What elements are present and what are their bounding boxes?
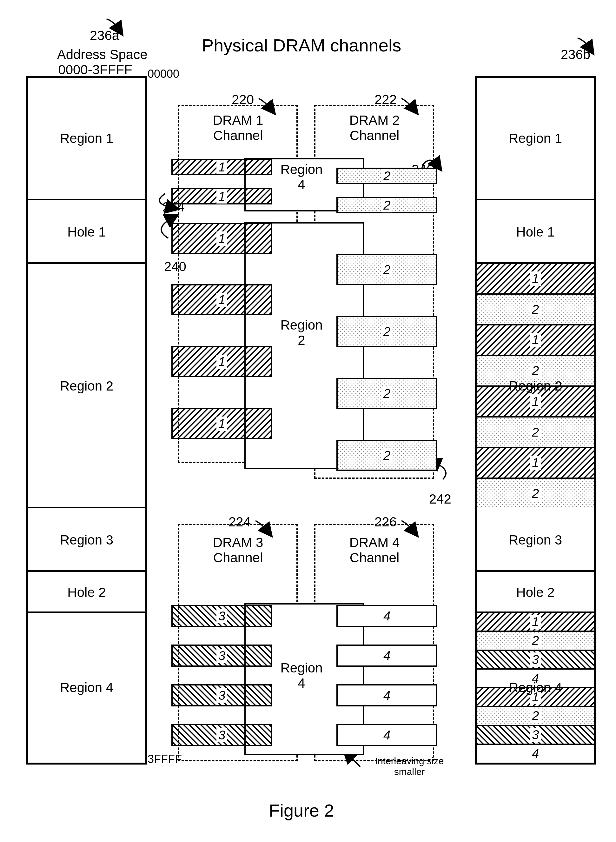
addr-bottom: 3FFFF [148, 752, 182, 766]
diagram-canvas: 236a Address Space0000-3FFFF Physical DR… [0, 0, 616, 842]
left-region1: Region 1 [28, 78, 145, 199]
region2-label: Region2 [260, 317, 343, 348]
left-region4: Region 4 [28, 611, 145, 762]
title: Physical DRAM channels [181, 35, 422, 56]
right-region2-label: Region 2 [509, 378, 562, 394]
d4-bar-2: 4 [336, 645, 437, 667]
right-region1: Region 1 [477, 78, 594, 199]
callout-222: 222 [374, 92, 397, 138]
figure-caption: Figure 2 [222, 800, 381, 821]
d3-bar-4: 3 [172, 724, 272, 746]
left-hole1: Hole 1 [28, 199, 145, 264]
note-interleave: Interleaving sizesmaller [359, 756, 460, 777]
right-hole2: Hole 2 [477, 570, 594, 613]
d1-big-bar-2: 1 [172, 284, 272, 315]
d4-bar-1: 4 [336, 605, 437, 627]
right-region3: Region 3 [477, 507, 594, 572]
region4-bottom-label: Region4 [260, 660, 343, 691]
left-region2: Region 2 [28, 262, 145, 508]
d2-big-bar-4: 2 [336, 440, 437, 471]
d2-thin-bar-2: 2 [336, 197, 437, 213]
d2-big-bar-1: 2 [336, 254, 437, 285]
right-region2-block: Region 2 1 2 1 2 1 2 1 2 [477, 262, 594, 508]
address-space-left: Region 1 Hole 1 Region 2 Region 3 Hole 2… [26, 76, 147, 764]
d1-big-bar-4: 1 [172, 408, 272, 439]
d1-thin-bar-2: 1 [172, 188, 272, 204]
d2-big-bar-2: 2 [336, 316, 437, 347]
region4-top-label: Region4 [260, 162, 343, 192]
d4-bar-4: 4 [336, 724, 437, 746]
left-region3: Region 3 [28, 507, 145, 572]
d2-thin-bar-1: 2 [336, 168, 437, 184]
right-region4-block: Region 4 1 2 3 4 1 2 3 4 [477, 611, 594, 762]
d1-big-bar-3: 1 [172, 346, 272, 377]
right-hole1: Hole 1 [477, 199, 594, 264]
callout-224: 224 [229, 514, 251, 560]
d3-bar-3: 3 [172, 684, 272, 707]
d1-thin-bar-1: 1 [172, 159, 272, 175]
right-region4-label: Region 4 [509, 680, 562, 695]
d1-big-bar-1: 1 [172, 223, 272, 254]
left-hole2: Hole 2 [28, 570, 145, 613]
d4-bar-3: 4 [336, 684, 437, 707]
d2-big-bar-3: 2 [336, 378, 437, 409]
d3-bar-2: 3 [172, 645, 272, 667]
address-space-right: Region 1 Hole 1 Region 2 1 2 1 2 1 2 1 2… [475, 76, 596, 764]
callout-220: 220 [232, 92, 254, 138]
callout-226: 226 [374, 514, 397, 560]
d3-bar-1: 3 [172, 605, 272, 627]
addr-top: 00000 [148, 67, 179, 81]
